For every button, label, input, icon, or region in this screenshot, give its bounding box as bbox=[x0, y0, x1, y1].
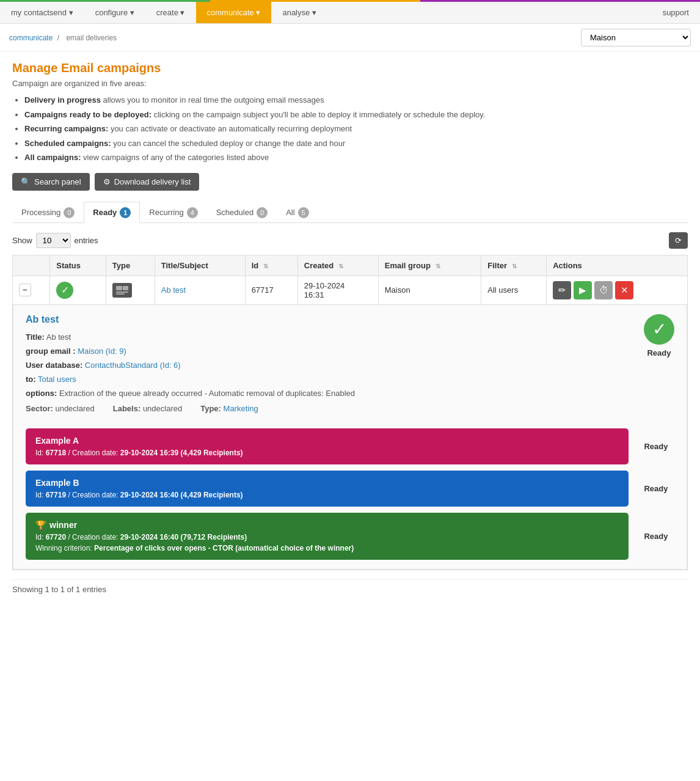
sector-info: Sector: undeclared bbox=[26, 404, 95, 413]
group-value-link[interactable]: Maison (Id: 9) bbox=[78, 346, 126, 356]
tab-ready[interactable]: Ready 1 bbox=[84, 202, 140, 223]
campaign-card-a: Example A Id: 67718 / Creation date: 29-… bbox=[26, 428, 629, 464]
labels-value: undeclared bbox=[143, 404, 182, 413]
detail-info: Ab test Title: Ab test group email : Mai… bbox=[26, 314, 632, 419]
card-winner-criterion: Winning criterion: Percentage of clicks … bbox=[35, 544, 619, 552]
action-buttons-row: ✏ ▶ ⏱ ✕ bbox=[553, 281, 681, 299]
campaign-card-row-b: Example B Id: 67719 / Creation date: 29-… bbox=[26, 471, 674, 507]
col-actions: Actions bbox=[547, 255, 688, 276]
labels-info: Labels: undeclared bbox=[113, 404, 182, 413]
tab-processing[interactable]: Processing 0 bbox=[12, 202, 84, 223]
refresh-button[interactable]: ⟳ bbox=[669, 232, 688, 249]
card-a-detail: Id: 67718 / Creation date: 29-10-2024 16… bbox=[35, 449, 619, 457]
svg-rect-1 bbox=[116, 286, 122, 290]
nav-create[interactable]: create ▾ bbox=[145, 2, 196, 23]
group-label: group email : bbox=[26, 346, 76, 356]
nav-my-contactsend[interactable]: my contactsend ▾ bbox=[0, 2, 84, 23]
campaign-card-row-winner: 🏆 winner Id: 67720 / Creation date: 29-1… bbox=[26, 513, 674, 560]
type-value-link[interactable]: Marketing bbox=[224, 404, 258, 413]
status-cell: ✓ bbox=[50, 276, 106, 304]
top-navigation: my contactsend ▾ configure ▾ create ▾ co… bbox=[0, 2, 700, 24]
main-content: Manage Email campaigns Campaign are orga… bbox=[0, 52, 700, 608]
title-value: Ab test bbox=[46, 332, 71, 342]
delete-button[interactable]: ✕ bbox=[615, 281, 633, 299]
labels-label: Labels: bbox=[113, 404, 141, 413]
expand-cell: − bbox=[13, 276, 50, 304]
deploy-button[interactable]: ▶ bbox=[574, 281, 592, 299]
info-item-1: Delivery in progress allows you to monit… bbox=[24, 94, 688, 106]
actions-cell: ✏ ▶ ⏱ ✕ bbox=[547, 276, 688, 304]
col-status: Status bbox=[50, 255, 106, 276]
card-winner-detail: Id: 67720 / Creation date: 29-10-2024 16… bbox=[35, 533, 619, 541]
detail-grid: Ab test Title: Ab test group email : Mai… bbox=[26, 314, 674, 419]
card-a-status: Ready bbox=[638, 442, 674, 451]
detail-to-row: to: Total users bbox=[26, 375, 632, 384]
card-a-title: Example A bbox=[35, 436, 619, 446]
breadcrumb-email-deliveries: email deliveries bbox=[66, 34, 117, 42]
to-value-link[interactable]: Total users bbox=[38, 375, 76, 384]
nav-configure[interactable]: configure ▾ bbox=[84, 2, 145, 23]
entries-select[interactable]: 10 25 50 100 bbox=[36, 233, 71, 248]
col-type: Type bbox=[106, 255, 155, 276]
download-icon: ⚙ bbox=[103, 177, 111, 186]
download-delivery-button[interactable]: ⚙ Download delivery list bbox=[95, 173, 200, 191]
data-table: Status Type Title/Subject Id ⇅ Created ⇅… bbox=[12, 255, 688, 570]
type-icon bbox=[112, 283, 132, 298]
tab-all-label: All bbox=[286, 208, 294, 217]
tab-processing-label: Processing bbox=[21, 208, 60, 217]
tab-all-badge: 5 bbox=[298, 207, 309, 218]
nav-communicate[interactable]: communicate ▾ bbox=[196, 2, 272, 23]
breadcrumb: communicate / email deliveries bbox=[9, 34, 119, 42]
maison-select[interactable]: Maison bbox=[581, 29, 691, 46]
table-header-row: Status Type Title/Subject Id ⇅ Created ⇅… bbox=[13, 255, 688, 276]
detail-row: Ab test Title: Ab test group email : Mai… bbox=[13, 304, 688, 570]
tab-all[interactable]: All 5 bbox=[277, 202, 318, 223]
campaign-cards: Example A Id: 67718 / Creation date: 29-… bbox=[26, 428, 674, 560]
title-label: Title: bbox=[26, 332, 45, 342]
breadcrumb-communicate[interactable]: communicate bbox=[9, 34, 53, 42]
detail-group-row: group email : Maison (Id: 9) bbox=[26, 346, 632, 356]
schedule-button[interactable]: ⏱ bbox=[594, 281, 613, 299]
action-buttons: 🔍 Search panel ⚙ Download delivery list bbox=[12, 173, 688, 191]
show-label: Show bbox=[12, 236, 32, 245]
show-entries-control: Show 10 25 50 100 entries bbox=[12, 233, 98, 248]
userdb-value-link[interactable]: ContacthubStandard (Id: 6) bbox=[85, 361, 181, 370]
breadcrumb-bar: communicate / email deliveries Maison bbox=[0, 24, 700, 52]
info-item-5: All campaigns: view campaigns of any of … bbox=[24, 152, 688, 164]
tab-scheduled[interactable]: Scheduled 0 bbox=[207, 202, 277, 223]
col-email-group: Email group ⇅ bbox=[378, 255, 481, 276]
created-cell: 29-10-202416:31 bbox=[297, 276, 378, 304]
nav-support[interactable]: support bbox=[652, 2, 700, 23]
svg-rect-2 bbox=[123, 286, 128, 290]
campaign-card-winner: 🏆 winner Id: 67720 / Creation date: 29-1… bbox=[26, 513, 629, 560]
detail-panel: Ab test Title: Ab test group email : Mai… bbox=[13, 305, 687, 570]
tab-recurring[interactable]: Recurring 4 bbox=[140, 202, 206, 223]
detail-status-label: Ready bbox=[647, 348, 671, 358]
col-expand bbox=[13, 255, 50, 276]
type-label-meta: Type: bbox=[200, 404, 221, 413]
detail-cell: Ab test Title: Ab test group email : Mai… bbox=[13, 304, 688, 570]
campaign-title-link[interactable]: Ab test bbox=[161, 285, 186, 295]
type-cell bbox=[106, 276, 155, 304]
expand-button[interactable]: − bbox=[19, 284, 31, 296]
tab-ready-label: Ready bbox=[93, 208, 117, 217]
info-list: Delivery in progress allows you to monit… bbox=[24, 94, 688, 164]
sector-label: Sector: bbox=[26, 404, 53, 413]
info-item-3: Recurring campaigns: you can activate or… bbox=[24, 123, 688, 135]
title-cell[interactable]: Ab test bbox=[155, 276, 245, 304]
search-panel-button[interactable]: 🔍 Search panel bbox=[12, 173, 90, 191]
svg-rect-4 bbox=[116, 293, 125, 295]
search-panel-label: Search panel bbox=[34, 177, 81, 186]
userdb-label: User database: bbox=[26, 361, 82, 370]
filter-cell: All users bbox=[481, 276, 547, 304]
tab-scheduled-label: Scheduled bbox=[216, 208, 253, 217]
nav-analyse[interactable]: analyse ▾ bbox=[271, 2, 327, 23]
edit-button[interactable]: ✏ bbox=[553, 281, 571, 299]
tab-recurring-badge: 4 bbox=[187, 207, 198, 218]
card-winner-title: 🏆 winner bbox=[35, 520, 619, 530]
detail-userdb-row: User database: ContacthubStandard (Id: 6… bbox=[26, 361, 632, 370]
card-b-status: Ready bbox=[638, 484, 674, 493]
sector-value: undeclared bbox=[55, 404, 94, 413]
detail-options-row: options: Extraction of the queue already… bbox=[26, 389, 632, 398]
detail-title[interactable]: Ab test bbox=[26, 314, 632, 325]
